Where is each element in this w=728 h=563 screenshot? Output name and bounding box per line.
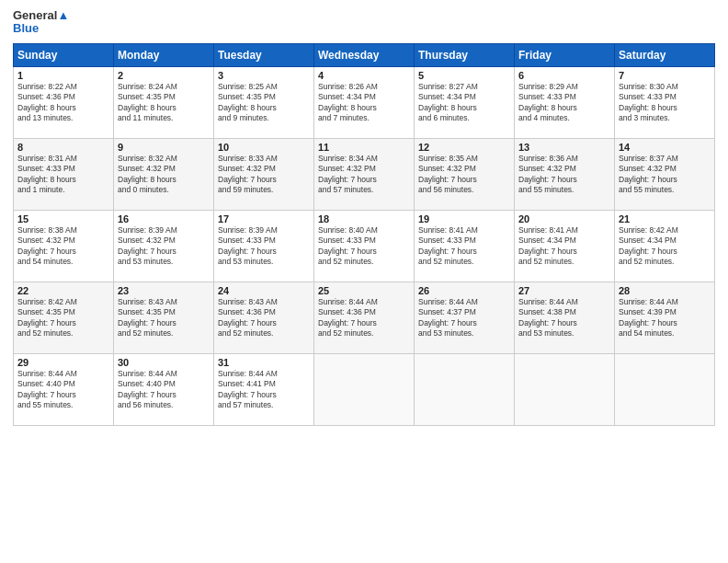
week-row-2: 8Sunrise: 8:31 AM Sunset: 4:33 PM Daylig… (14, 138, 715, 210)
page-header: General▲ Blue (13, 9, 715, 36)
day-info: Sunrise: 8:24 AM Sunset: 4:35 PM Dayligh… (118, 82, 210, 124)
day-cell: 23Sunrise: 8:43 AM Sunset: 4:35 PM Dayli… (114, 282, 214, 353)
day-cell: 29Sunrise: 8:44 AM Sunset: 4:40 PM Dayli… (14, 353, 114, 425)
day-cell: 2Sunrise: 8:24 AM Sunset: 4:35 PM Daylig… (114, 66, 214, 138)
week-row-4: 22Sunrise: 8:42 AM Sunset: 4:35 PM Dayli… (14, 282, 715, 353)
day-info: Sunrise: 8:44 AM Sunset: 4:37 PM Dayligh… (418, 297, 510, 339)
week-row-3: 15Sunrise: 8:38 AM Sunset: 4:32 PM Dayli… (14, 210, 715, 282)
day-info: Sunrise: 8:44 AM Sunset: 4:36 PM Dayligh… (318, 297, 410, 339)
weekday-header-wednesday: Wednesday (314, 43, 415, 66)
day-info: Sunrise: 8:26 AM Sunset: 4:34 PM Dayligh… (318, 82, 410, 124)
day-cell: 17Sunrise: 8:39 AM Sunset: 4:33 PM Dayli… (214, 210, 314, 282)
day-info: Sunrise: 8:27 AM Sunset: 4:34 PM Dayligh… (418, 82, 510, 124)
day-cell: 5Sunrise: 8:27 AM Sunset: 4:34 PM Daylig… (415, 66, 515, 138)
day-cell: 3Sunrise: 8:25 AM Sunset: 4:35 PM Daylig… (214, 66, 314, 138)
weekday-header-saturday: Saturday (615, 43, 715, 66)
day-cell (314, 353, 415, 425)
day-cell: 13Sunrise: 8:36 AM Sunset: 4:32 PM Dayli… (515, 138, 615, 210)
day-number: 11 (318, 142, 410, 153)
day-cell: 14Sunrise: 8:37 AM Sunset: 4:32 PM Dayli… (615, 138, 715, 210)
day-info: Sunrise: 8:36 AM Sunset: 4:32 PM Dayligh… (518, 154, 610, 196)
day-info: Sunrise: 8:43 AM Sunset: 4:36 PM Dayligh… (218, 297, 310, 339)
week-row-1: 1Sunrise: 8:22 AM Sunset: 4:36 PM Daylig… (14, 66, 715, 138)
day-info: Sunrise: 8:29 AM Sunset: 4:33 PM Dayligh… (518, 82, 610, 124)
day-cell (615, 353, 715, 425)
day-cell: 12Sunrise: 8:35 AM Sunset: 4:32 PM Dayli… (415, 138, 515, 210)
day-number: 22 (17, 285, 109, 296)
day-cell: 8Sunrise: 8:31 AM Sunset: 4:33 PM Daylig… (14, 138, 114, 210)
weekday-header-friday: Friday (515, 43, 615, 66)
day-cell: 7Sunrise: 8:30 AM Sunset: 4:33 PM Daylig… (615, 66, 715, 138)
day-cell: 10Sunrise: 8:33 AM Sunset: 4:32 PM Dayli… (214, 138, 314, 210)
calendar-header-row: SundayMondayTuesdayWednesdayThursdayFrid… (14, 43, 715, 66)
day-cell: 11Sunrise: 8:34 AM Sunset: 4:32 PM Dayli… (314, 138, 415, 210)
day-info: Sunrise: 8:44 AM Sunset: 4:38 PM Dayligh… (518, 297, 610, 339)
day-info: Sunrise: 8:38 AM Sunset: 4:32 PM Dayligh… (17, 225, 109, 268)
weekday-header-tuesday: Tuesday (214, 43, 314, 66)
calendar-table: SundayMondayTuesdayWednesdayThursdayFrid… (13, 43, 715, 426)
day-cell: 27Sunrise: 8:44 AM Sunset: 4:38 PM Dayli… (515, 282, 615, 353)
day-cell: 4Sunrise: 8:26 AM Sunset: 4:34 PM Daylig… (314, 66, 415, 138)
day-info: Sunrise: 8:31 AM Sunset: 4:33 PM Dayligh… (17, 154, 109, 196)
day-cell: 28Sunrise: 8:44 AM Sunset: 4:39 PM Dayli… (615, 282, 715, 353)
day-info: Sunrise: 8:44 AM Sunset: 4:40 PM Dayligh… (118, 369, 210, 411)
day-number: 18 (318, 213, 410, 224)
day-number: 31 (218, 357, 310, 368)
day-cell: 19Sunrise: 8:41 AM Sunset: 4:33 PM Dayli… (415, 210, 515, 282)
day-number: 28 (619, 285, 711, 296)
day-cell (415, 353, 515, 425)
day-info: Sunrise: 8:39 AM Sunset: 4:32 PM Dayligh… (118, 225, 210, 268)
day-number: 3 (218, 70, 310, 81)
weekday-header-sunday: Sunday (14, 43, 114, 66)
week-row-5: 29Sunrise: 8:44 AM Sunset: 4:40 PM Dayli… (14, 353, 715, 425)
day-info: Sunrise: 8:41 AM Sunset: 4:34 PM Dayligh… (518, 225, 610, 268)
day-number: 4 (318, 70, 410, 81)
day-number: 29 (17, 357, 109, 368)
logo-text-blue: Blue (13, 22, 39, 35)
day-info: Sunrise: 8:32 AM Sunset: 4:32 PM Dayligh… (118, 154, 210, 196)
day-number: 5 (418, 70, 510, 81)
day-cell: 24Sunrise: 8:43 AM Sunset: 4:36 PM Dayli… (214, 282, 314, 353)
page-container: General▲ Blue SundayMondayTuesdayWednesd… (0, 0, 728, 431)
day-cell: 21Sunrise: 8:42 AM Sunset: 4:34 PM Dayli… (615, 210, 715, 282)
day-info: Sunrise: 8:22 AM Sunset: 4:36 PM Dayligh… (17, 82, 109, 124)
day-cell: 20Sunrise: 8:41 AM Sunset: 4:34 PM Dayli… (515, 210, 615, 282)
day-cell: 9Sunrise: 8:32 AM Sunset: 4:32 PM Daylig… (114, 138, 214, 210)
day-number: 27 (518, 285, 610, 296)
day-number: 13 (518, 142, 610, 153)
day-info: Sunrise: 8:33 AM Sunset: 4:32 PM Dayligh… (218, 154, 310, 196)
day-cell: 26Sunrise: 8:44 AM Sunset: 4:37 PM Dayli… (415, 282, 515, 353)
day-number: 17 (218, 213, 310, 224)
day-number: 16 (118, 213, 210, 224)
day-cell: 22Sunrise: 8:42 AM Sunset: 4:35 PM Dayli… (14, 282, 114, 353)
logo: General▲ Blue (13, 9, 69, 36)
day-cell: 1Sunrise: 8:22 AM Sunset: 4:36 PM Daylig… (14, 66, 114, 138)
day-info: Sunrise: 8:37 AM Sunset: 4:32 PM Dayligh… (619, 154, 711, 196)
day-info: Sunrise: 8:43 AM Sunset: 4:35 PM Dayligh… (118, 297, 210, 339)
day-info: Sunrise: 8:44 AM Sunset: 4:39 PM Dayligh… (619, 297, 711, 339)
weekday-header-thursday: Thursday (415, 43, 515, 66)
day-info: Sunrise: 8:42 AM Sunset: 4:34 PM Dayligh… (619, 225, 711, 268)
day-number: 19 (418, 213, 510, 224)
day-cell: 16Sunrise: 8:39 AM Sunset: 4:32 PM Dayli… (114, 210, 214, 282)
day-info: Sunrise: 8:25 AM Sunset: 4:35 PM Dayligh… (218, 82, 310, 124)
day-info: Sunrise: 8:41 AM Sunset: 4:33 PM Dayligh… (418, 225, 510, 268)
day-cell: 15Sunrise: 8:38 AM Sunset: 4:32 PM Dayli… (14, 210, 114, 282)
day-number: 20 (518, 213, 610, 224)
day-number: 26 (418, 285, 510, 296)
day-number: 2 (118, 70, 210, 81)
day-number: 14 (619, 142, 711, 153)
day-info: Sunrise: 8:30 AM Sunset: 4:33 PM Dayligh… (619, 82, 711, 124)
day-number: 10 (218, 142, 310, 153)
day-cell: 25Sunrise: 8:44 AM Sunset: 4:36 PM Dayli… (314, 282, 415, 353)
day-number: 24 (218, 285, 310, 296)
day-number: 25 (318, 285, 410, 296)
day-number: 12 (418, 142, 510, 153)
day-info: Sunrise: 8:40 AM Sunset: 4:33 PM Dayligh… (318, 225, 410, 268)
day-number: 30 (118, 357, 210, 368)
day-number: 8 (17, 142, 109, 153)
day-info: Sunrise: 8:34 AM Sunset: 4:32 PM Dayligh… (318, 154, 410, 196)
day-number: 21 (619, 213, 711, 224)
day-number: 7 (619, 70, 711, 81)
day-info: Sunrise: 8:39 AM Sunset: 4:33 PM Dayligh… (218, 225, 310, 268)
